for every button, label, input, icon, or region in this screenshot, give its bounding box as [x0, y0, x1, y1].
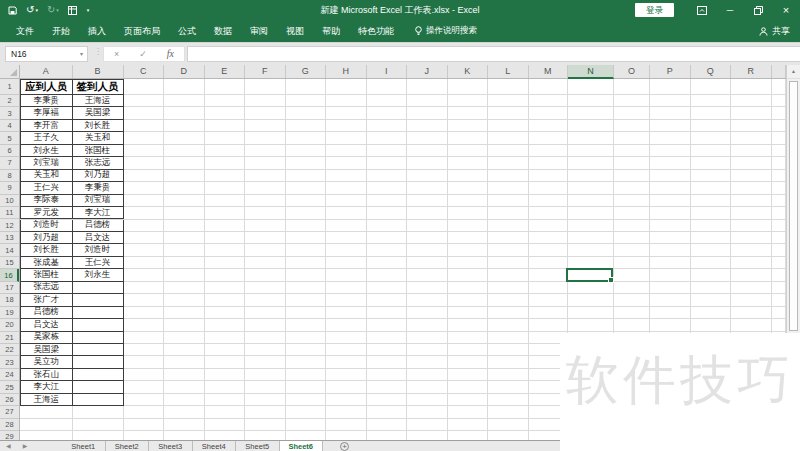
row-header-5[interactable]: 5 [0, 132, 19, 144]
table-row-14-col-b[interactable]: 刘造时 [73, 244, 124, 256]
sheet-tab-sheet4[interactable]: Sheet4 [193, 441, 237, 451]
row-header-11[interactable]: 11 [0, 207, 19, 219]
table-row-9-col-b[interactable]: 李秉贵 [73, 182, 124, 194]
scrollbar-thumb[interactable] [789, 81, 798, 331]
ribbon-display-options-button[interactable] [688, 0, 716, 20]
close-button[interactable]: × [772, 0, 800, 20]
row-header-26[interactable]: 26 [0, 394, 19, 406]
column-header-B[interactable]: B [73, 65, 124, 78]
table-row-18-col-b[interactable] [73, 294, 124, 306]
row-header-20[interactable]: 20 [0, 319, 19, 331]
table-row-16-col-a[interactable]: 张国柱 [20, 269, 73, 281]
table-row-9-col-a[interactable]: 王仁兴 [20, 182, 73, 194]
column-header-D[interactable]: D [164, 65, 205, 78]
column-header-H[interactable]: H [326, 65, 367, 78]
table-row-21-col-a[interactable]: 吴家栋 [20, 332, 73, 344]
row-header-23[interactable]: 23 [0, 356, 19, 368]
row-header-25[interactable]: 25 [0, 381, 19, 393]
redo-button[interactable]: ↻▾ [47, 5, 59, 15]
column-header-R[interactable]: R [731, 65, 772, 78]
confirm-entry-icon[interactable]: ✓ [139, 50, 147, 59]
ribbon-tab-8[interactable]: 视图 [277, 20, 313, 42]
row-header-15[interactable]: 15 [0, 257, 19, 269]
ribbon-tab-7[interactable]: 审阅 [241, 20, 277, 42]
ribbon-tab-1[interactable]: 文件 [7, 20, 43, 42]
table-row-5-col-b[interactable]: 关玉和 [73, 132, 124, 144]
column-header-L[interactable]: L [488, 65, 529, 78]
table-row-10-col-a[interactable]: 李际泰 [20, 195, 73, 207]
table-row-5-col-a[interactable]: 王子久 [20, 132, 73, 144]
row-header-3[interactable]: 3 [0, 107, 19, 119]
row-header-22[interactable]: 22 [0, 344, 19, 356]
table-row-2-col-a[interactable]: 李秉贵 [20, 95, 73, 107]
table-row-21-col-b[interactable] [73, 332, 124, 344]
table-row-18-col-a[interactable]: 张广才 [20, 294, 73, 306]
table-row-25-col-b[interactable] [73, 381, 124, 393]
table-row-8-col-a[interactable]: 关玉和 [20, 170, 73, 182]
table-row-19-col-a[interactable]: 吕德榜 [20, 307, 73, 319]
row-header-28[interactable]: 28 [0, 419, 19, 431]
column-header-A[interactable]: A [20, 65, 73, 78]
sign-in-button[interactable]: 登录 [635, 3, 674, 17]
ribbon-tab-10[interactable]: 特色功能 [349, 20, 403, 42]
customize-qat-button[interactable]: ▾ [86, 8, 90, 13]
scroll-up-icon[interactable]: ▲ [787, 65, 800, 79]
ribbon-tab-2[interactable]: 开始 [43, 20, 79, 42]
row-header-24[interactable]: 24 [0, 369, 19, 381]
table-row-25-col-a[interactable]: 李大江 [20, 381, 73, 393]
table-row-8-col-b[interactable]: 刘乃超 [73, 170, 124, 182]
undo-button[interactable]: ↺▾ [26, 5, 38, 15]
sheet-tab-sheet2[interactable]: Sheet2 [106, 441, 150, 451]
table-row-2-col-b[interactable]: 王海运 [73, 95, 124, 107]
table-row-19-col-b[interactable] [73, 307, 124, 319]
formula-input[interactable] [187, 46, 800, 62]
row-header-8[interactable]: 8 [0, 170, 19, 182]
row-header-1[interactable]: 1 [0, 79, 19, 95]
table-row-4-col-b[interactable]: 刘长胜 [73, 120, 124, 132]
table-row-7-col-a[interactable]: 刘宝瑞 [20, 157, 73, 169]
column-header-N[interactable]: N [568, 65, 614, 79]
table-row-17-col-a[interactable]: 张志远 [20, 282, 73, 294]
row-header-6[interactable]: 6 [0, 145, 19, 157]
fill-handle[interactable] [608, 277, 614, 283]
insert-function-icon[interactable]: fx [167, 49, 174, 59]
table-header-col-b[interactable]: 签到人员 [73, 79, 124, 95]
table-header-col-a[interactable]: 应到人员 [20, 79, 73, 95]
row-header-9[interactable]: 9 [0, 182, 19, 194]
table-row-12-col-a[interactable]: 刘造时 [20, 220, 73, 232]
column-header-P[interactable]: P [650, 65, 691, 78]
save-button[interactable] [8, 6, 17, 15]
ribbon-tab-3[interactable]: 插入 [79, 20, 115, 42]
table-row-13-col-a[interactable]: 刘乃超 [20, 232, 73, 244]
table-row-17-col-b[interactable] [73, 282, 124, 294]
column-header-G[interactable]: G [286, 65, 327, 78]
row-header-17[interactable]: 17 [0, 282, 19, 294]
table-row-23-col-a[interactable]: 吴立功 [20, 356, 73, 368]
select-all-corner[interactable] [0, 65, 20, 79]
table-row-6-col-b[interactable]: 张国柱 [73, 145, 124, 157]
ribbon-tab-5[interactable]: 公式 [169, 20, 205, 42]
table-row-11-col-a[interactable]: 罗元发 [20, 207, 73, 219]
table-row-4-col-a[interactable]: 李开富 [20, 120, 73, 132]
maximize-button[interactable] [744, 0, 772, 20]
name-box-caret-icon[interactable]: ▾ [80, 47, 83, 61]
row-header-29[interactable]: 29 [0, 431, 19, 440]
ribbon-tab-6[interactable]: 数据 [205, 20, 241, 42]
active-cell-selection[interactable] [566, 268, 613, 283]
table-row-15-col-a[interactable]: 张成基 [20, 257, 73, 269]
minimize-button[interactable]: ─ [716, 0, 744, 20]
ribbon-tab-4[interactable]: 页面布局 [115, 20, 169, 42]
table-row-16-col-b[interactable]: 刘永生 [73, 269, 124, 281]
table-row-20-col-a[interactable]: 吕文达 [20, 319, 73, 331]
table-row-24-col-b[interactable] [73, 369, 124, 381]
workbook-mode-button[interactable] [68, 6, 77, 15]
sheet-tab-sheet6[interactable]: Sheet6 [280, 441, 324, 451]
table-row-12-col-b[interactable]: 吕德榜 [73, 220, 124, 232]
column-header-C[interactable]: C [124, 65, 165, 78]
table-row-24-col-a[interactable]: 张石山 [20, 369, 73, 381]
table-row-26-col-a[interactable]: 王海运 [20, 394, 73, 406]
name-box[interactable]: N16 ▾ [5, 46, 88, 62]
column-header-J[interactable]: J [407, 65, 448, 78]
table-row-26-col-b[interactable] [73, 394, 124, 406]
row-header-21[interactable]: 21 [0, 332, 19, 344]
